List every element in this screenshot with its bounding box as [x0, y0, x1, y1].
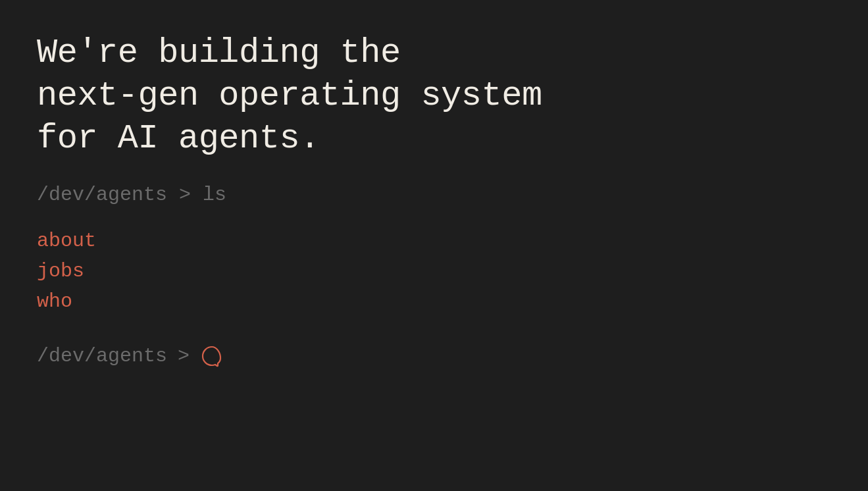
headline-line2: next-gen operating system [37, 74, 542, 117]
page-container: We're building the next-gen operating sy… [0, 0, 579, 400]
prompt-ls: /dev/agents > ls [37, 184, 542, 206]
prompt-cmd-1: ls [203, 184, 226, 206]
menu-item-jobs[interactable]: jobs [37, 257, 542, 285]
headline: We're building the next-gen operating sy… [37, 32, 542, 160]
menu-item-who[interactable]: who [37, 288, 542, 315]
prompt-bottom: /dev/agents > [37, 344, 542, 368]
prompt-dir-2: /dev/agents [37, 345, 167, 367]
prompt-arrow-1: > [179, 184, 203, 206]
headline-line3: for AI agents. [37, 117, 542, 160]
cursor-icon [200, 344, 224, 368]
menu-item-about[interactable]: about [37, 227, 542, 255]
headline-line1: We're building the [37, 32, 542, 74]
prompt-arrow-2: > [178, 345, 190, 367]
prompt-dir-1: /dev/agents [37, 184, 167, 206]
menu-list: about jobs who [37, 227, 542, 315]
